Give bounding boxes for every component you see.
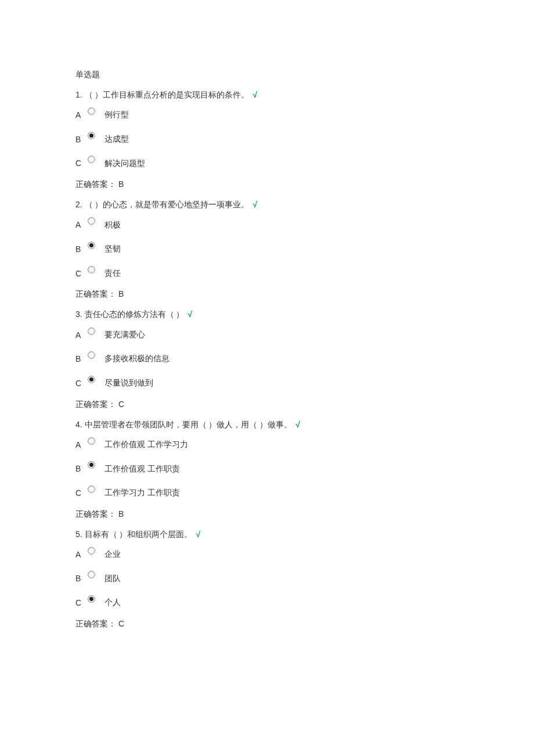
option-label: 工作价值观 工作职责 [104,463,180,475]
radio-unselected-icon[interactable] [88,327,95,335]
option-radio[interactable] [86,107,96,118]
correct-check-icon: √ [252,200,257,209]
radio-unselected-icon[interactable] [88,351,95,359]
option-radio[interactable] [86,571,96,581]
option-row: C尽量说到做到 [75,375,459,389]
option-label: 坚韧 [104,243,121,255]
radio-selected-icon[interactable] [88,132,95,139]
radio-unselected-icon[interactable] [88,547,95,555]
question-text: 4. 中层管理者在带领团队时，要用（ ）做人，用（ ）做事。√ [75,418,459,431]
option-label: 例行型 [104,109,129,121]
option-label: 企业 [104,549,121,560]
correct-answer-line: 正确答案：B [75,179,459,190]
correct-answer-label: 正确答案： [75,289,116,298]
radio-selected-icon[interactable] [88,376,95,383]
option-radio[interactable] [86,351,96,362]
radio-unselected-icon[interactable] [88,156,95,163]
questions-container: 1. （ ）工作目标重点分析的是实现目标的条件。√A例行型B达成型C解决问题型正… [75,88,459,629]
option-label: 个人 [104,597,121,609]
option-row: A例行型 [75,107,459,121]
option-row: B多接收积极的信息 [75,351,459,365]
question-number: 5. [75,530,82,539]
question-body: 责任心态的修炼方法有（ ） [85,309,185,319]
option-label: 多接收积极的信息 [104,353,169,365]
option-radio[interactable] [86,376,96,386]
question-body: （ ）的心态，就是带有爱心地坚持一项事业。 [85,200,250,209]
correct-answer-line: 正确答案：B [75,509,459,520]
option-row: C个人 [75,595,459,609]
correct-answer-label: 正确答案： [75,619,116,628]
option-radio[interactable] [86,327,96,338]
option-radio[interactable] [86,156,96,166]
option-row: A积极 [75,217,459,231]
option-row: A工作价值观 工作学习力 [75,437,459,451]
option-letter: B [75,464,86,473]
option-label: 团队 [104,573,121,585]
radio-unselected-icon[interactable] [88,107,95,115]
question-number: 2. [75,200,82,209]
option-letter: B [75,354,86,363]
radio-unselected-icon[interactable] [88,217,95,225]
option-letter: A [75,550,86,559]
correct-answer-value: B [118,179,124,189]
radio-selected-icon[interactable] [88,595,95,603]
option-radio[interactable] [86,437,96,448]
question-body: 目标有（ ）和组织两个层面。 [85,530,193,539]
option-row: C责任 [75,265,459,279]
correct-check-icon: √ [295,420,300,429]
quiz-content: 单选题 1. （ ）工作目标重点分析的是实现目标的条件。√A例行型B达成型C解决… [0,0,534,696]
option-letter: C [75,598,86,607]
question-text: 5. 目标有（ ）和组织两个层面。√ [75,528,459,541]
question: 1. （ ）工作目标重点分析的是实现目标的条件。√A例行型B达成型C解决问题型正… [75,88,459,190]
option-radio[interactable] [86,547,96,557]
option-radio[interactable] [86,595,96,606]
option-label: 工作学习力 工作职责 [104,487,180,499]
option-radio[interactable] [86,266,96,276]
correct-answer-label: 正确答案： [75,399,116,409]
option-row: A要充满爱心 [75,327,459,341]
option-radio[interactable] [86,217,96,228]
option-letter: B [75,135,86,144]
option-letter: A [75,220,86,229]
option-letter: C [75,488,86,498]
question-text: 3. 责任心态的修炼方法有（ ）√ [75,308,459,321]
question-text: 1. （ ）工作目标重点分析的是实现目标的条件。√ [75,88,459,101]
option-radio[interactable] [86,461,96,471]
option-radio[interactable] [86,485,96,496]
radio-unselected-icon[interactable] [88,437,95,445]
option-label: 解决问题型 [104,158,145,170]
section-title: 单选题 [75,70,459,80]
correct-check-icon: √ [196,530,200,539]
option-row: C工作学习力 工作职责 [75,485,459,499]
option-row: C解决问题型 [75,156,459,170]
correct-answer-value: B [118,289,124,298]
option-label: 要充满爱心 [104,329,145,341]
correct-answer-value: C [118,399,124,409]
correct-answer-line: 正确答案：C [75,399,459,410]
radio-selected-icon[interactable] [88,242,95,249]
option-label: 工作价值观 工作学习力 [104,439,188,451]
option-letter: A [75,330,86,340]
radio-selected-icon[interactable] [88,461,95,469]
correct-answer-line: 正确答案：B [75,289,459,300]
correct-answer-value: C [118,619,124,628]
option-letter: A [75,110,86,120]
option-row: B工作价值观 工作职责 [75,461,459,475]
option-letter: C [75,269,86,278]
correct-answer-value: B [118,509,124,519]
option-label: 责任 [104,268,121,279]
option-letter: C [75,379,86,388]
option-letter: C [75,159,86,168]
option-radio[interactable] [86,242,96,252]
radio-unselected-icon[interactable] [88,266,95,273]
option-row: B达成型 [75,131,459,145]
correct-answer-label: 正确答案： [75,179,116,189]
question-number: 1. [75,90,82,99]
option-label: 达成型 [104,134,129,145]
question-number: 3. [75,309,82,319]
radio-unselected-icon[interactable] [88,571,95,578]
option-radio[interactable] [86,132,96,142]
option-label: 尽量说到做到 [104,377,153,389]
option-row: B坚韧 [75,241,459,255]
radio-unselected-icon[interactable] [88,485,95,493]
